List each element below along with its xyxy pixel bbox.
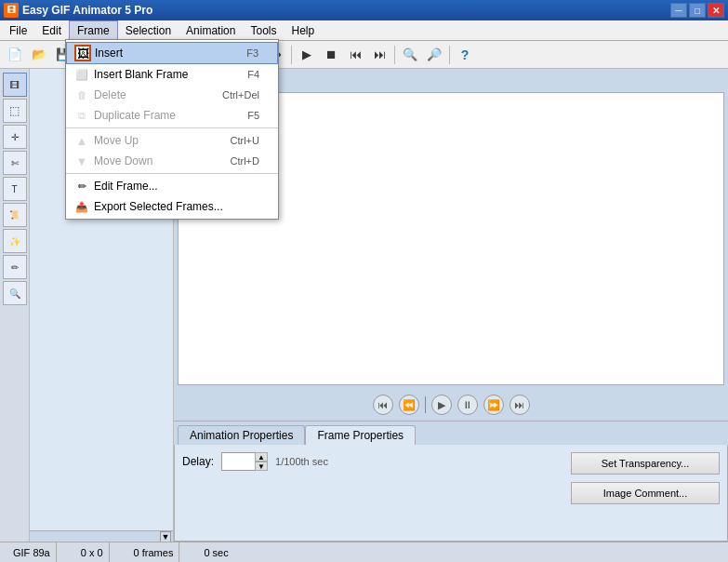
effect-tool-button[interactable]: ✨ [3, 229, 27, 253]
frame-dropdown-menu: 🖼 Insert F3 ⬜ Insert Blank Frame F4 🗑 De… [65, 39, 279, 220]
playback-rewind-button[interactable]: ⏮ [373, 395, 393, 415]
playback-divider [425, 396, 426, 413]
new-button[interactable]: 📄 [4, 44, 26, 66]
menu-item-insert-blank-shortcut: F4 [247, 69, 259, 80]
duplicate-icon: ⧉ [73, 107, 90, 124]
minimize-button[interactable]: ─ [670, 3, 687, 18]
stop-button[interactable]: ⏹ [320, 44, 342, 66]
menu-item-insert-shortcut: F3 [246, 47, 258, 59]
menu-frame[interactable]: Frame [69, 20, 118, 40]
menu-edit[interactable]: Edit [34, 20, 69, 40]
properties-buttons: Set Transparency... Image Comment... [571, 452, 720, 504]
playback-pause-button[interactable]: ⏸ [457, 395, 478, 415]
menu-item-export-label: Export Selected Frames... [94, 200, 223, 213]
title-bar: 🎞 Easy GIF Animator 5 Pro ─ □ ✕ [0, 0, 728, 20]
menu-item-insert-blank[interactable]: ⬜ Insert Blank Frame F4 [66, 64, 278, 85]
banner-tool-button[interactable]: 📜 [3, 203, 27, 227]
zoom-tool-button[interactable]: 🔍 [3, 281, 27, 305]
rewind-button[interactable]: ⏮ [344, 44, 366, 66]
status-dimensions: 0 x 0 [75, 542, 110, 562]
help-button[interactable]: ? [454, 44, 476, 66]
menu-separator-1 [66, 127, 278, 128]
status-bar: GIF 89a 0 x 0 0 frames 0 sec [0, 542, 728, 562]
menu-tools[interactable]: Tools [243, 20, 284, 40]
menu-item-move-up: ▲ Move Up Ctrl+U [66, 130, 278, 151]
playback-next-button[interactable]: ⏩ [483, 395, 504, 415]
menu-item-move-up-label: Move Up [94, 134, 139, 147]
status-frames: 0 frames [128, 542, 180, 562]
toolbar-separator-6 [449, 46, 450, 64]
text-tool-button[interactable]: T [3, 177, 27, 201]
playback-play-button[interactable]: ▶ [431, 395, 452, 415]
play-button[interactable]: ▶ [296, 44, 318, 66]
menu-help[interactable]: Help [284, 20, 322, 40]
menu-bar: File Edit Frame Selection Animation Tool… [0, 20, 728, 41]
app-title: Easy GIF Animator 5 Pro [22, 4, 152, 17]
menu-item-delete-shortcut: Ctrl+Del [222, 89, 259, 100]
toolbar-separator-4 [291, 46, 292, 64]
menu-item-delete-label: Delete [94, 88, 126, 101]
move-down-icon: ▼ [73, 153, 90, 169]
app-icon: 🎞 [4, 3, 19, 18]
menu-item-insert-label: Insert [95, 47, 123, 60]
delay-up-button[interactable]: ▲ [255, 452, 268, 462]
maximize-button[interactable]: □ [689, 3, 706, 18]
image-comment-button[interactable]: Image Comment... [571, 482, 720, 504]
menu-item-insert-blank-label: Insert Blank Frame [94, 68, 188, 81]
crop-tool-button[interactable]: ✄ [3, 151, 27, 175]
properties-panel: Animation Properties Frame Properties De… [174, 421, 728, 542]
menu-selection[interactable]: Selection [118, 20, 179, 40]
menu-item-delete: 🗑 Delete Ctrl+Del [66, 85, 278, 105]
playback-prev-button[interactable]: ⏪ [399, 395, 419, 415]
status-time: 0 sec [198, 542, 233, 562]
close-button[interactable]: ✕ [708, 3, 724, 18]
menu-item-export[interactable]: 📤 Export Selected Frames... [66, 196, 278, 217]
menu-item-duplicate: ⧉ Duplicate Frame F5 [66, 105, 278, 126]
menu-separator-2 [66, 173, 278, 174]
menu-item-move-down-shortcut: Ctrl+D [231, 155, 259, 167]
delay-label: Delay: [182, 455, 214, 468]
playback-forward-button[interactable]: ⏭ [510, 395, 530, 415]
edit-frame-icon: ✏ [73, 178, 90, 194]
delay-section: Delay: ▲ ▼ 1/100th sec [182, 452, 328, 471]
menu-item-move-up-shortcut: Ctrl+U [231, 135, 259, 146]
menu-item-edit-frame[interactable]: ✏ Edit Frame... [66, 176, 278, 196]
properties-content: Delay: ▲ ▼ 1/100th sec Set Transparency.… [174, 445, 728, 542]
zoom-out-button[interactable]: 🔎 [423, 44, 445, 66]
menu-item-move-down-label: Move Down [94, 154, 152, 167]
left-toolbar: 🎞 ⬚ ✛ ✄ T 📜 ✨ ✏ 🔍 [0, 69, 30, 542]
properties-tab-bar: Animation Properties Frame Properties [174, 422, 728, 445]
window-controls: ─ □ ✕ [670, 3, 724, 18]
menu-animation[interactable]: Animation [179, 20, 243, 40]
menu-item-duplicate-label: Duplicate Frame [94, 109, 176, 122]
scroll-down-arrow[interactable]: ▼ [160, 531, 171, 542]
menu-item-duplicate-shortcut: F5 [247, 110, 259, 121]
export-icon: 📤 [73, 198, 90, 215]
select-tool-button[interactable]: ⬚ [3, 99, 27, 123]
insert-blank-icon: ⬜ [73, 66, 90, 83]
zoom-in-button[interactable]: 🔍 [399, 44, 421, 66]
playback-controls: ⏮ ⏪ ▶ ⏸ ⏩ ⏭ [174, 389, 728, 421]
menu-item-move-down: ▼ Move Down Ctrl+D [66, 151, 278, 171]
menu-item-edit-frame-label: Edit Frame... [94, 180, 158, 193]
draw-tool-button[interactable]: ✏ [3, 255, 27, 279]
tab-frame-properties[interactable]: Frame Properties [305, 425, 416, 445]
tab-animation-properties[interactable]: Animation Properties [178, 425, 305, 445]
move-tool-button[interactable]: ✛ [3, 125, 27, 149]
toolbar-separator-5 [394, 46, 395, 64]
delete-icon: 🗑 [73, 87, 90, 103]
frames-tool-button[interactable]: 🎞 [3, 73, 27, 97]
menu-file[interactable]: File [2, 20, 34, 40]
delay-down-button[interactable]: ▼ [255, 462, 268, 471]
forward-button[interactable]: ⏭ [368, 44, 390, 66]
delay-unit: 1/100th sec [275, 456, 328, 467]
menu-item-insert[interactable]: 🖼 Insert F3 [66, 42, 278, 64]
set-transparency-button[interactable]: Set Transparency... [571, 452, 720, 475]
move-up-icon: ▲ [73, 132, 90, 149]
status-gif-type: GIF 89a [7, 542, 57, 562]
insert-icon: 🖼 [74, 45, 91, 61]
open-button[interactable]: 📂 [28, 44, 50, 66]
